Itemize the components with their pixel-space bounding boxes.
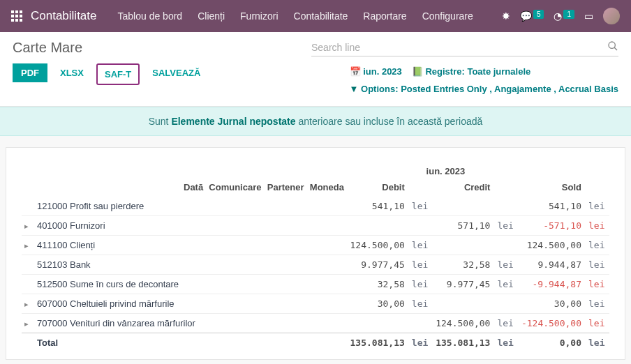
account-name: 512500 Sume în curs de decontare: [34, 275, 347, 294]
currency: [493, 294, 518, 314]
tablet-icon[interactable]: ▭: [584, 10, 593, 22]
menu-item[interactable]: Raportare: [356, 6, 413, 26]
menu-item[interactable]: Configurare: [415, 6, 480, 26]
period-value: iun. 2023: [363, 66, 402, 77]
currency: lei: [584, 236, 609, 255]
menu-item[interactable]: Tablou de bord: [111, 6, 190, 26]
debit-value: 124.500,00: [347, 236, 408, 255]
messages-badge: 5: [533, 10, 544, 19]
debit-value: [347, 314, 408, 333]
col-data: Dată: [181, 178, 206, 197]
report-card: iun. 2023 Dată Comunicare Partener Moned…: [6, 147, 625, 360]
table-row[interactable]: 707000 Venituri din vânzarea mărfurilor1…: [22, 314, 609, 333]
apps-icon[interactable]: [11, 10, 22, 22]
currency: lei: [584, 275, 609, 294]
table-row[interactable]: 411100 Clienți124.500,00lei124.500,00lei: [22, 236, 609, 255]
account-name: 707000 Venituri din vânzarea mărfurilor: [34, 314, 347, 333]
currency: lei: [584, 314, 609, 333]
currency: lei: [408, 236, 433, 255]
credit-value: 571,10: [433, 216, 493, 236]
caret-icon[interactable]: [24, 298, 29, 309]
debit-value: [347, 216, 408, 236]
search-icon[interactable]: [607, 40, 618, 54]
total-label: Total: [34, 333, 347, 353]
caret-icon[interactable]: [24, 220, 29, 231]
balance-value: 9.944,87: [518, 255, 584, 275]
filters: 📅 iun. 2023 📗 Registre: Toate jurnalele …: [350, 63, 618, 98]
account-name: 607000 Cheltuieli privind mărfurile: [34, 294, 347, 314]
systray: ✸ 💬5 ◔1 ▭: [502, 8, 620, 24]
account-name: 512103 Bank: [34, 255, 347, 275]
credit-value: 124.500,00: [433, 314, 493, 333]
svg-line-1: [614, 47, 617, 50]
table-row[interactable]: 121000 Profit sau pierdere541,10lei541,1…: [22, 197, 609, 216]
options-value: Posted Entries Only , Angajamente , Accr…: [401, 84, 618, 94]
activity-badge: 1: [563, 10, 574, 19]
search-bar[interactable]: [311, 39, 618, 56]
caret-icon[interactable]: [24, 318, 29, 328]
currency: lei: [408, 275, 433, 294]
currency: lei: [584, 197, 609, 216]
debit-value: 9.977,45: [347, 255, 408, 275]
caret-icon[interactable]: [24, 240, 29, 250]
search-input[interactable]: [311, 39, 607, 56]
debit-value: 32,58: [347, 275, 408, 294]
total-balance: 0,00: [518, 333, 584, 353]
currency: lei: [493, 216, 518, 236]
menu-item[interactable]: Contabilitate: [287, 6, 355, 26]
account-name: 401000 Furnizori: [34, 216, 347, 236]
currency: [493, 236, 518, 255]
col-com: Comunicare: [206, 178, 264, 197]
balance-value: 541,10: [518, 197, 584, 216]
currency: lei: [584, 255, 609, 275]
table-row[interactable]: 512500 Sume în curs de decontare32,58lei…: [22, 275, 609, 294]
ribbon-text: anterioare sau incluse în această perioa…: [296, 116, 483, 127]
currency: lei: [408, 255, 433, 275]
pdf-button[interactable]: PDF: [13, 63, 47, 82]
calendar-icon: 📅: [350, 66, 361, 77]
journals-filter[interactable]: 📗 Registre: Toate jurnalele: [412, 63, 530, 81]
col-part: Partener: [265, 178, 307, 197]
currency: lei: [493, 275, 518, 294]
save-button[interactable]: SALVEAZĂ: [145, 63, 207, 82]
period-filter[interactable]: 📅 iun. 2023: [350, 63, 402, 81]
info-ribbon[interactable]: Sunt Elemente Jurnal nepostate anterioar…: [0, 107, 631, 136]
funnel-icon: ▼: [350, 84, 359, 94]
table-row[interactable]: 607000 Cheltuieli privind mărfurile30,00…: [22, 294, 609, 314]
currency: lei: [493, 314, 518, 333]
currency: [408, 216, 433, 236]
journals-label: Registre:: [425, 66, 464, 77]
page-title: Carte Mare: [13, 40, 82, 56]
gl-table: iun. 2023 Dată Comunicare Partener Moned…: [22, 162, 609, 352]
top-nav: Contabilitate Tablou de bord Clienți Fur…: [0, 0, 631, 32]
debit-value: 541,10: [347, 197, 408, 216]
balance-value: -124.500,00: [518, 314, 584, 333]
table-row[interactable]: 401000 Furnizori571,10lei-571,10lei: [22, 216, 609, 236]
account-name: 411100 Clienți: [34, 236, 347, 255]
account-name: 121000 Profit sau pierdere: [34, 197, 347, 216]
bug-icon[interactable]: ✸: [502, 10, 510, 22]
menu-item[interactable]: Clienți: [191, 6, 232, 26]
currency: lei: [584, 216, 609, 236]
saft-button[interactable]: SAF-T: [96, 63, 140, 85]
messages-icon[interactable]: 💬5: [520, 10, 544, 22]
table-row[interactable]: 512103 Bank9.977,45lei32,58lei9.944,87le…: [22, 255, 609, 275]
activity-icon[interactable]: ◔1: [554, 10, 574, 22]
col-debit: Debit: [347, 178, 408, 197]
total-debit: 135.081,13: [347, 333, 408, 353]
menu-item[interactable]: Furnizori: [233, 6, 285, 26]
col-credit: Credit: [433, 178, 493, 197]
brand-title: Contabilitate: [31, 9, 97, 23]
total-row: Total135.081,13lei135.081,13lei0,00lei: [22, 333, 609, 353]
xlsx-button[interactable]: XLSX: [53, 63, 91, 82]
credit-value: [433, 197, 493, 216]
credit-value: [433, 236, 493, 255]
currency: lei: [408, 197, 433, 216]
currency: [408, 314, 433, 333]
credit-value: [433, 294, 493, 314]
ribbon-link: Elemente Jurnal nepostate: [171, 116, 295, 127]
main-menu: Tablou de bord Clienți Furnizori Contabi…: [111, 6, 480, 26]
avatar[interactable]: [603, 8, 620, 24]
balance-value: 124.500,00: [518, 236, 584, 255]
options-filter[interactable]: ▼ Options: Posted Entries Only , Angajam…: [350, 81, 618, 98]
